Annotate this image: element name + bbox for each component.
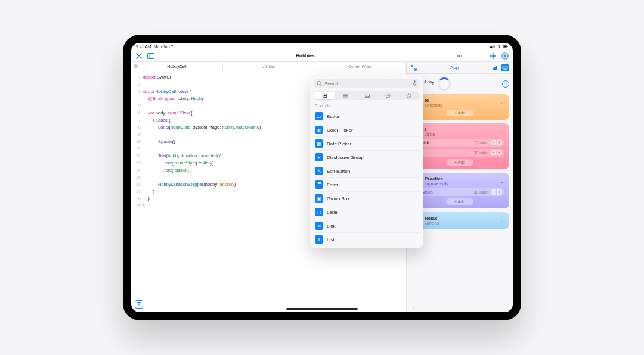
svg-rect-5: [504, 46, 507, 47]
library-item[interactable]: ◻Label: [314, 205, 420, 219]
preview-chart-icon[interactable]: [491, 64, 499, 71]
run-button[interactable]: [501, 52, 509, 60]
chevron-down-icon[interactable]: ⌄: [500, 129, 504, 135]
svg-point-28: [408, 94, 409, 95]
ipad-frame: 9:41 AM Mon Jun 7 Hobbies ••• HobbyCell …: [123, 35, 521, 320]
progress-ring: [438, 77, 451, 91]
seg-views-icon[interactable]: [314, 92, 335, 99]
cellular-icon: [490, 45, 495, 48]
svg-rect-1: [491, 46, 492, 48]
task-row: Watch15 mins−+: [415, 139, 504, 147]
library-item[interactable]: ◐Color Picker: [314, 123, 420, 136]
search-icon: [317, 81, 322, 86]
library-search[interactable]: [314, 79, 420, 88]
add-task-button[interactable]: + Add: [446, 159, 473, 166]
library-section-header: Controls: [314, 104, 420, 108]
chevron-down-icon[interactable]: ⌄: [500, 100, 504, 105]
seg-media-icon[interactable]: [356, 92, 377, 99]
library-item-icon: ≡: [315, 235, 323, 244]
svg-point-15: [317, 81, 320, 84]
svg-point-31: [409, 96, 410, 97]
add-library-button[interactable]: [489, 52, 497, 60]
library-search-input[interactable]: [324, 81, 410, 86]
nav-forward-icon[interactable]: ›: [505, 305, 507, 310]
svg-point-29: [410, 95, 410, 95]
task-duration: 15 mins: [473, 141, 488, 145]
expand-preview-icon[interactable]: [410, 64, 417, 71]
add-task-button[interactable]: + Add: [446, 110, 473, 116]
card-title: Relax: [425, 216, 440, 221]
library-item[interactable]: ▸Disclosure Group: [314, 150, 420, 164]
library-item-icon: ▸: [315, 153, 323, 161]
library-popover: Controls ▭Button◐Color Picker▦Date Picke…: [310, 75, 423, 248]
app-toolbar: Hobbies •••: [131, 50, 513, 62]
svg-line-16: [320, 84, 321, 85]
library-item-icon: ▭: [315, 112, 323, 120]
status-date: Mon Jun 7: [154, 45, 174, 49]
screen: 9:41 AM Mon Jun 7 Hobbies ••• HobbyCell …: [131, 43, 513, 312]
duration-stepper[interactable]: −+: [491, 189, 502, 195]
library-item-icon: ✎: [315, 167, 323, 175]
library-item[interactable]: ▣Group Box: [314, 191, 420, 205]
editor-tabs: HobbyCell Utilities ContentView: [131, 62, 406, 71]
task-duration: 30 mins: [473, 151, 488, 155]
svg-rect-17: [414, 80, 416, 83]
chevron-down-icon[interactable]: ⌄: [500, 218, 504, 223]
tab-hobbycell[interactable]: HobbyCell: [131, 62, 223, 71]
library-item-label: Edit Button: [327, 169, 350, 174]
seg-modifiers-icon[interactable]: [335, 92, 356, 99]
library-item[interactable]: ≣Form: [314, 178, 420, 191]
task-row: Develop30 mins−+: [415, 188, 504, 196]
wifi-icon: [497, 45, 501, 48]
svg-rect-11: [494, 67, 496, 70]
seg-symbols-icon[interactable]: [377, 92, 398, 99]
dictation-icon[interactable]: [413, 80, 417, 86]
duration-stepper[interactable]: −+: [491, 150, 502, 155]
svg-rect-7: [148, 53, 154, 58]
preview-title: App: [450, 65, 459, 70]
more-menu-icon[interactable]: •••: [456, 52, 464, 60]
tab-utilities[interactable]: Utilities: [223, 62, 315, 71]
chevron-down-icon[interactable]: ⌄: [500, 179, 504, 184]
library-item[interactable]: ∞Link: [314, 219, 420, 232]
library-item-label: Color Picker: [327, 127, 353, 133]
library-item[interactable]: ▦Date Picker: [314, 136, 420, 150]
tab-contentview[interactable]: ContentView: [314, 62, 406, 71]
library-item[interactable]: ▭Button: [314, 110, 420, 123]
svg-rect-14: [504, 69, 506, 70]
nav-back-icon[interactable]: ‹: [413, 305, 414, 310]
hobby-card[interactable]: 🎓PracticeImprove skills⌄Develop30 mins−+…: [410, 173, 509, 208]
task-duration: 30 mins: [473, 190, 488, 194]
library-item-label: Link: [327, 223, 336, 229]
library-item-label: Group Box: [327, 196, 349, 201]
hobby-card[interactable]: ⚘tutside⌄Watch15 mins−+30 mins−++ Add: [410, 123, 509, 169]
documentation-button[interactable]: [135, 300, 143, 309]
library-item-icon: ≣: [315, 180, 323, 189]
seg-color-icon[interactable]: [398, 92, 419, 99]
svg-point-30: [407, 95, 408, 95]
library-category-segment[interactable]: [314, 91, 420, 100]
close-button[interactable]: [135, 52, 143, 60]
sidebar-toggle-icon[interactable]: [147, 52, 155, 60]
svg-point-24: [365, 95, 366, 96]
library-item-icon: ∞: [315, 222, 323, 230]
hobby-card[interactable]: ▭RelaxZone out⌄: [410, 212, 509, 229]
library-item-icon: ▣: [315, 194, 323, 203]
task-row: 30 mins−+: [415, 149, 504, 157]
add-task-button[interactable]: + Add: [446, 198, 473, 205]
svg-rect-0: [490, 47, 491, 48]
preview-device-icon[interactable]: [501, 64, 509, 71]
battery-icon: [503, 45, 508, 48]
duration-stepper[interactable]: −+: [491, 140, 502, 145]
home-indicator[interactable]: [286, 308, 358, 310]
library-item[interactable]: ✎Edit Button: [314, 164, 420, 178]
library-item[interactable]: ≡List: [314, 232, 420, 246]
card-subtitle: Improve skills: [425, 182, 448, 186]
library-item-icon: ◐: [315, 126, 323, 134]
library-item-label: Disclosure Group: [327, 155, 364, 160]
favorite-button[interactable]: ♡: [502, 80, 509, 88]
card-subtitle: utside: [425, 132, 435, 136]
card-subtitle: Zone out: [425, 221, 440, 225]
card-title: te: [425, 98, 442, 103]
hobby-card[interactable]: ✎tesomething⌄+ Add: [410, 94, 509, 120]
